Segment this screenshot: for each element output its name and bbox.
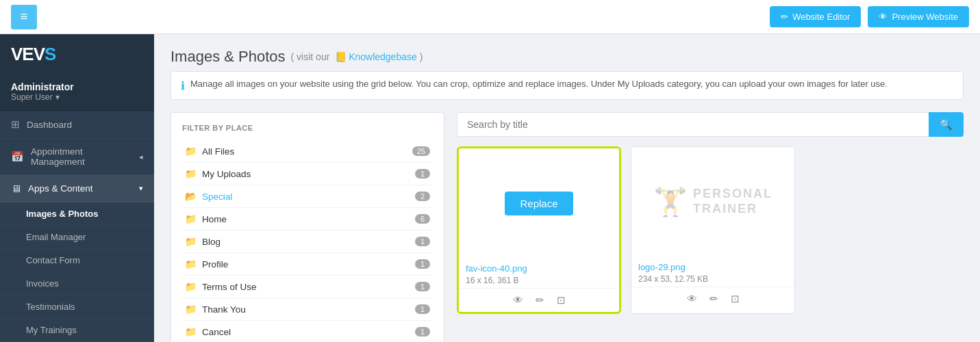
folder-icon-terms: 📁 [185, 281, 197, 292]
view-icon-logo[interactable]: 👁 [687, 293, 697, 305]
knowledgebase-link-area: ( visit our 📒 Knowledgebase ) [291, 51, 423, 62]
filter-title: FILTER BY PLACE [182, 124, 433, 132]
filter-label-home: Home [202, 214, 410, 224]
edit-icon-favicon[interactable]: ✏ [536, 294, 544, 306]
invoices-label: Invoices [26, 278, 59, 289]
pt-logo: 🏋 PERSONAL TRAINER [653, 186, 772, 218]
hamburger-button[interactable]: ≡ [11, 5, 37, 29]
replace-button[interactable]: Replace [505, 192, 573, 215]
preview-website-button[interactable]: 👁 Preview Website [868, 6, 969, 27]
image-actions-favicon: 👁 ✏ ⊡ [459, 288, 619, 312]
pt-text: PERSONAL TRAINER [693, 187, 772, 216]
role-dropdown-icon: ▾ [55, 92, 60, 102]
pt-text-line2: TRAINER [693, 202, 772, 217]
preview-website-label: Preview Website [892, 12, 958, 22]
crop-icon-favicon[interactable]: ⊡ [557, 294, 566, 306]
apps-content-icon: 🖥 [11, 183, 21, 194]
filter-label-terms: Terms of Use [202, 282, 410, 292]
folder-icon-cancel: 📁 [185, 326, 197, 337]
sidebar-role: Super User ▾ [11, 92, 143, 102]
sidebar-item-appointment[interactable]: 📅 Appointment Management ◂ [0, 139, 154, 175]
image-name-logo[interactable]: logo-29.png [638, 262, 788, 272]
image-card-favicon: Replace fav-icon-40.png 16 x 16, 361 B 👁… [457, 146, 621, 314]
preview-website-icon: 👁 [879, 12, 888, 22]
filter-panel: FILTER BY PLACE 📁 All Files 25 📁 My Uplo… [171, 112, 444, 342]
email-manager-label: Email Manager [26, 232, 86, 242]
folder-icon-uploads: 📁 [185, 168, 197, 179]
sidebar-item-dashboard[interactable]: ⊞ Dashboard [0, 111, 154, 139]
sidebar-item-contact-form[interactable]: Contact Form [0, 249, 154, 272]
pt-icon: 🏋 [653, 186, 688, 218]
image-info-logo: logo-29.png 234 x 53, 12.75 KB [631, 256, 794, 287]
folder-icon-blog: 📁 [185, 236, 197, 247]
website-editor-icon: ✏ [781, 12, 788, 22]
brand-logo: VEVS [11, 44, 55, 65]
filter-item-thank-you[interactable]: 📁 Thank You 1 [182, 298, 433, 321]
knowledgebase-pre-text: ( visit our [291, 51, 330, 62]
sidebar-user: Administrator Super User ▾ [0, 75, 154, 111]
sidebar-item-apps-content[interactable]: 🖥 Apps & Content ▾ [0, 175, 154, 202]
filter-label-special: Special [202, 192, 410, 202]
image-name-favicon[interactable]: fav-icon-40.png [466, 263, 612, 274]
view-icon-favicon[interactable]: 👁 [513, 294, 523, 306]
sidebar-appointment-label: Appointment Management [31, 146, 132, 167]
folder-icon-thankyou: 📁 [185, 304, 197, 315]
sidebar: VEVS Administrator Super User ▾ ⊞ Dashbo… [0, 34, 154, 342]
crop-icon-logo[interactable]: ⊡ [731, 293, 740, 305]
filter-label-blog: Blog [202, 237, 410, 247]
page-title: Images & Photos [171, 48, 286, 66]
sidebar-item-email-manager[interactable]: Email Manager [0, 226, 154, 249]
appointment-icon: 📅 [11, 150, 24, 163]
my-trainings-label: My Trainings [26, 325, 77, 335]
filter-item-my-uploads[interactable]: 📁 My Uploads 1 [182, 163, 433, 185]
top-nav: ≡ ✏ Website Editor 👁 Preview Website [0, 0, 980, 34]
sidebar-item-invoices[interactable]: Invoices [0, 272, 154, 295]
info-bar: ℹ Manage all images on your website usin… [171, 71, 964, 100]
website-editor-button[interactable]: ✏ Website Editor [770, 6, 861, 27]
sidebar-brand: VEVS [0, 34, 154, 75]
image-preview-logo: 🏋 PERSONAL TRAINER [631, 147, 794, 256]
filter-count-thank-you: 1 [415, 304, 430, 314]
filter-count-all-files: 25 [412, 146, 430, 156]
filter-label-cancel: Cancel [202, 327, 410, 337]
filter-item-terms[interactable]: 📁 Terms of Use 1 [182, 276, 433, 298]
page-title-row: Images & Photos ( visit our 📒 Knowledgeb… [171, 48, 964, 66]
sidebar-item-images-photos[interactable]: Images & Photos [0, 202, 154, 226]
sidebar-role-text: Super User [11, 92, 53, 102]
image-card-logo: 🏋 PERSONAL TRAINER logo-29.png 234 x 53,… [631, 146, 795, 314]
filter-item-all-files[interactable]: 📁 All Files 25 [182, 140, 433, 163]
sidebar-item-my-trainings[interactable]: My Trainings [0, 319, 154, 342]
sidebar-dashboard-label: Dashboard [27, 120, 72, 130]
website-editor-label: Website Editor [792, 12, 850, 22]
edit-icon-logo[interactable]: ✏ [709, 293, 718, 305]
filter-count-cancel: 1 [415, 327, 430, 337]
dashboard-icon: ⊞ [11, 118, 20, 131]
sidebar-username: Administrator [11, 81, 143, 92]
filter-count-home: 6 [415, 214, 430, 224]
filter-item-home[interactable]: 📁 Home 6 [182, 208, 433, 231]
images-photos-label: Images & Photos [26, 209, 98, 219]
knowledgebase-link[interactable]: 📒 Knowledgebase [335, 51, 417, 62]
filter-count-my-uploads: 1 [415, 169, 430, 179]
filter-label-thank-you: Thank You [202, 304, 410, 315]
apps-arrow: ▾ [139, 184, 143, 193]
info-icon: ℹ [181, 79, 185, 92]
search-input[interactable] [457, 112, 929, 137]
search-button[interactable]: 🔍 [929, 112, 964, 137]
filter-item-special[interactable]: 📂 Special 2 [182, 185, 433, 208]
filter-count-profile: 1 [415, 259, 430, 269]
book-icon: 📒 [335, 51, 347, 62]
search-bar: 🔍 [457, 112, 964, 137]
filter-item-blog[interactable]: 📁 Blog 1 [182, 231, 433, 253]
sidebar-item-testimonials[interactable]: Testimonials [0, 295, 154, 319]
filter-item-cancel[interactable]: 📁 Cancel 1 [182, 321, 433, 342]
image-info-favicon: fav-icon-40.png 16 x 16, 361 B [459, 258, 619, 288]
images-grid: Replace fav-icon-40.png 16 x 16, 361 B 👁… [457, 146, 964, 314]
info-text: Manage all images on your website using … [190, 79, 888, 89]
filter-label-all-files: All Files [202, 146, 407, 157]
folder-icon-special: 📂 [185, 191, 197, 202]
knowledgebase-link-text: Knowledgebase [349, 51, 417, 62]
images-area: 🔍 Replace fav-icon-40.png 16 x 16, 361 B [457, 112, 964, 342]
appointment-arrow: ◂ [139, 153, 143, 161]
filter-item-profile[interactable]: 📁 Profile 1 [182, 253, 433, 276]
